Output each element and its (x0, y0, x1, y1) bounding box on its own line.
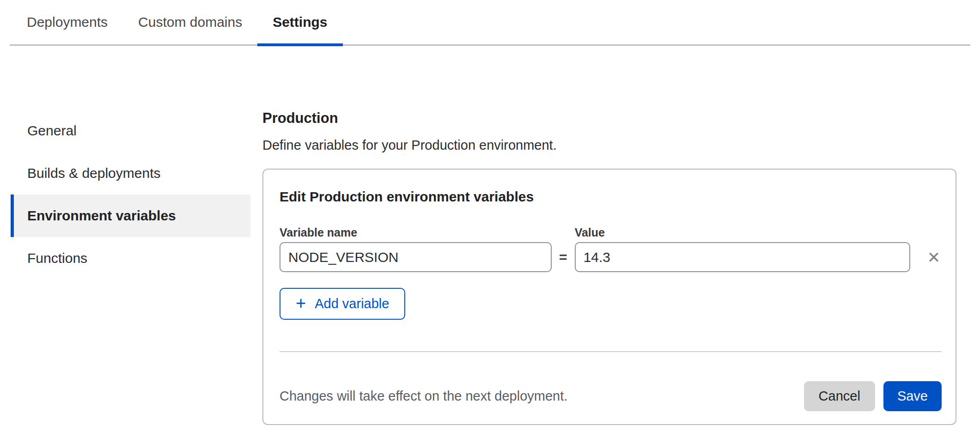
tabbar-divider (10, 44, 970, 46)
section-title: Production (262, 110, 956, 127)
tab-deployments[interactable]: Deployments (12, 0, 123, 44)
tabs: Deployments Custom domains Settings (10, 0, 970, 44)
variable-value-group: Value (575, 225, 910, 272)
add-variable-button[interactable]: + Add variable (280, 288, 405, 320)
save-button[interactable]: Save (883, 381, 942, 411)
variable-name-group: Variable name (280, 225, 552, 272)
remove-variable-button[interactable]: ✕ (926, 242, 942, 272)
card-divider (280, 351, 942, 352)
sidebar-item-general[interactable]: General (11, 110, 250, 152)
main-content: Production Define variables for your Pro… (262, 110, 956, 425)
variable-row: Variable name = Value ✕ (280, 225, 942, 272)
value-label: Value (575, 225, 910, 239)
sidebar-item-environment-variables[interactable]: Environment variables (11, 195, 250, 237)
cancel-button[interactable]: Cancel (804, 381, 875, 411)
footer-note: Changes will take effect on the next dep… (280, 389, 567, 404)
add-variable-label: Add variable (315, 296, 389, 311)
card-footer: Changes will take effect on the next dep… (280, 381, 942, 411)
plus-icon: + (296, 294, 306, 312)
tab-custom-domains[interactable]: Custom domains (123, 0, 257, 44)
card-title: Edit Production environment variables (280, 189, 942, 205)
equals-sign: = (552, 242, 575, 272)
section-description: Define variables for your Production env… (262, 137, 956, 153)
sidebar-item-builds-deployments[interactable]: Builds & deployments (11, 152, 250, 195)
footer-actions: Cancel Save (804, 381, 942, 411)
sidebar-item-functions[interactable]: Functions (11, 237, 250, 280)
settings-page: Deployments Custom domains Settings Gene… (0, 0, 980, 438)
close-icon: ✕ (927, 249, 941, 265)
variable-name-input[interactable] (280, 242, 552, 272)
variable-name-label: Variable name (280, 225, 552, 239)
variable-value-input[interactable] (575, 242, 910, 272)
environment-variables-card: Edit Production environment variables Va… (262, 169, 956, 425)
tab-settings[interactable]: Settings (257, 0, 342, 44)
settings-sidebar: General Builds & deployments Environment… (11, 110, 250, 280)
project-tabbar: Deployments Custom domains Settings (10, 0, 970, 46)
